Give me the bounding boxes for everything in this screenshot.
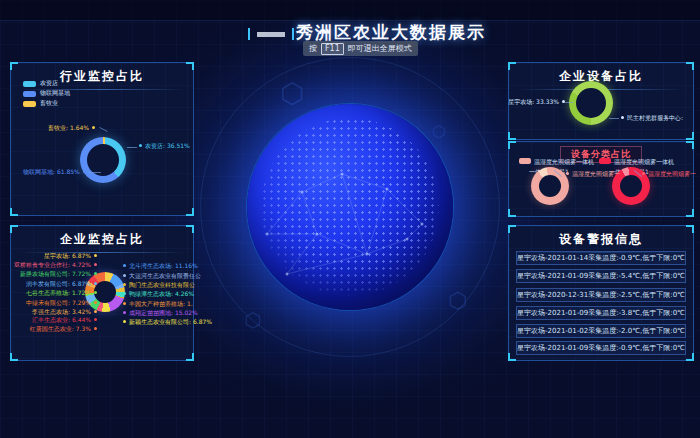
legend-label: 农资店	[40, 79, 58, 88]
pie-callout-label: 陶门生态农业科技有限公	[123, 282, 195, 288]
legend-label: 温湿度光照烟雾一体机	[534, 158, 594, 167]
pie-callout-label: 温湿度光照烟雾一	[642, 171, 696, 177]
legend-item: 畜牧业	[23, 99, 58, 108]
donut-hole	[539, 175, 561, 197]
pie-callout-label: 中绿禾有限公司: 7.29%	[26, 300, 97, 306]
pie-callout-label: 物联网基地: 61.85%	[23, 169, 86, 175]
pie-callout-label: 大运河生态农业有限责任公	[123, 273, 201, 279]
leader-line	[565, 102, 573, 103]
pie-callout-label: 北斗湾生态农场: 11.16%	[123, 263, 198, 269]
pie-callout-label: 星宇农场: 6.87%	[44, 253, 97, 259]
alarm-list-item: 星宇农场-2021-01-09采集温度:-5.4℃,低于下限:0℃	[516, 269, 686, 283]
globe-network-mesh	[247, 104, 453, 310]
panel-industry-monitor: 行业监控占比 农资店 物联网基地 畜牧业 畜牧业: 1.64% 农资店: 36.…	[10, 62, 194, 216]
agriculture-dashboard: 秀洲区农业大数据展示 按 F11 即可退出全屏模式 ⬡ ⬡ ⬡ ⬡	[0, 0, 700, 438]
alarm-list-item: 星宇农场-2020-12-31采集温度:-2.5℃,低于下限:0℃	[516, 288, 686, 302]
donut-hole	[576, 88, 606, 118]
alarm-list-item: 星宇农场-2021-01-14采集温度:-0.9℃,低于下限:0℃	[516, 251, 686, 265]
category-donut-left	[531, 167, 569, 205]
alarm-list-item: 星宇农场-2021-01-02采集温度:-2.0℃,低于下限:0℃	[516, 324, 686, 338]
pie-callout-label: 农资店: 36.51%	[139, 143, 190, 149]
leader-line	[99, 127, 107, 132]
industry-donut-chart	[80, 137, 126, 183]
pie-callout-label: 红唐园生态农业: 7.3%	[30, 326, 97, 332]
leader-line	[609, 118, 619, 119]
legend-label: 温湿度光照烟雾一体机	[614, 158, 674, 167]
legend-item: 物联网基地	[23, 89, 70, 98]
panel-device-ratio: 企业设备占比 星宇农场: 33.33% 民主村党群服务中心:	[508, 62, 694, 140]
pie-callout-label: 李强生态农场: 3.42%	[32, 309, 97, 315]
legend-swatch	[23, 91, 36, 97]
donut-hole	[94, 281, 116, 303]
panel-title: 企业设备占比	[509, 63, 693, 85]
legend-label: 畜牧业	[40, 99, 58, 108]
panel-device-alarms: 设备警报信息 星宇农场-2021-01-14采集温度:-0.9℃,低于下限:0℃…	[508, 225, 694, 361]
pie-callout-label: 双桥粮食专业合作社: 4.72%	[14, 262, 97, 268]
pie-callout-label: 丰园大产种苗养殖场: 1.	[123, 301, 193, 307]
pie-callout-label: 民主村党群服务中心:	[621, 115, 683, 121]
pie-callout-label: 新颖生态农业有限公司: 6.87%	[123, 319, 212, 325]
hexagon-icon: ⬡	[244, 310, 261, 330]
pie-callout-label: 畜牧业: 1.64%	[48, 125, 95, 131]
pie-callout-label: 温湿度光照烟雾一	[566, 171, 620, 177]
panel-device-category: 设备分类占比 温湿度光照烟雾一体机 一体机类产品1 温湿度光照烟雾一体机 一体机…	[508, 141, 694, 217]
legend-label: 物联网基地	[40, 89, 70, 98]
globe-visualization	[247, 104, 453, 310]
pie-callout-label: 星宇农场: 33.33%	[508, 99, 565, 105]
pie-callout-label: 润丰发有限公司: 6.87%	[26, 281, 97, 287]
pie-callout-label: 成翔定苗苗圃地: 15.02%	[123, 310, 198, 316]
donut-hole	[620, 175, 642, 197]
legend-swatch	[519, 158, 531, 164]
alarm-list-item: 星宇农场-2021-01-09采集温度:-3.8℃,低于下限:0℃	[516, 306, 686, 320]
leader-line	[89, 172, 101, 173]
legend-swatch	[23, 81, 36, 87]
pie-callout-label: 汇丰生态农业: 6.44%	[32, 317, 97, 323]
leader-line	[127, 147, 137, 148]
legend-item: 农资店	[23, 79, 58, 88]
panel-title: 设备警报信息	[509, 226, 693, 248]
legend-swatch	[599, 158, 611, 164]
panel-title: 企业监控占比	[11, 226, 193, 248]
pie-callout-label: 鸭绿潭生态农场: 4.26%	[123, 291, 194, 297]
pie-callout-label: 七谷生态养殖场: 1.72%	[26, 290, 97, 296]
legend-swatch	[23, 101, 36, 107]
device-donut-chart	[569, 81, 613, 125]
pie-callout-label: 新塍农场有限公司: 7.72%	[20, 271, 97, 277]
panel-enterprise-monitor: 企业监控占比 星宇农场: 6.87% 双桥粮食专业合作社: 4.72% 新塍农场…	[10, 225, 194, 361]
alarm-list-item: 星宇农场-2021-01-09采集温度:-0.9℃,低于下限:0℃	[516, 341, 686, 355]
